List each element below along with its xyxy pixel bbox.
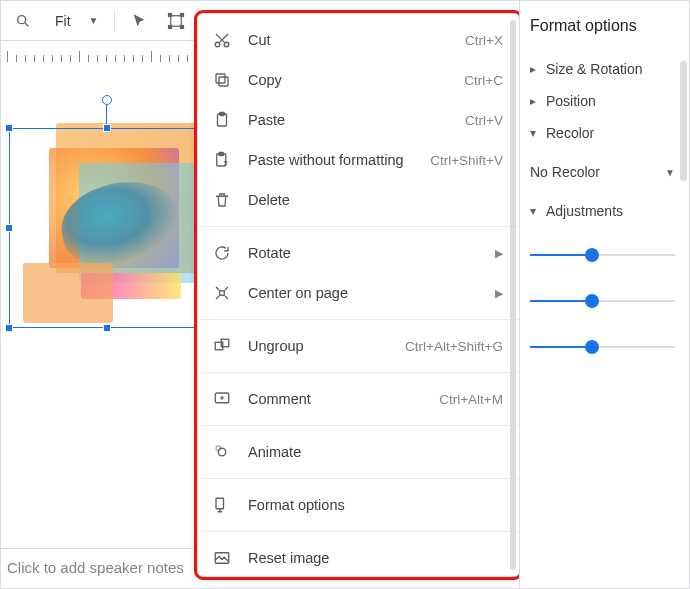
adjustment-slider-2[interactable] [530,291,675,311]
toolbar-separator [114,10,115,32]
slider-thumb[interactable] [585,248,599,262]
menu-item-shortcut: Ctrl+Alt+M [439,392,503,407]
comment-icon [212,389,232,409]
menu-item-label: Comment [248,391,439,407]
chevron-down-icon: ▾ [530,204,536,218]
slider-thumb[interactable] [585,294,599,308]
menu-item-paste[interactable]: Paste Ctrl+V [198,100,519,140]
menu-item-center-on-page[interactable]: Center on page ▶ [198,273,519,313]
resize-handle-nw[interactable] [5,124,13,132]
submenu-arrow-icon: ▶ [495,247,503,260]
panel-scrollbar[interactable] [680,61,687,181]
animate-icon [212,442,232,462]
menu-item-animate[interactable]: Animate [198,432,519,472]
resize-handle-s[interactable] [103,324,111,332]
svg-rect-3 [169,13,172,16]
slider-fill [530,300,590,302]
menu-item-shortcut: Ctrl+V [465,113,503,128]
menu-item-label: Format options [248,497,503,513]
svg-point-9 [215,42,220,47]
menu-item-label: Animate [248,444,503,460]
rotation-handle[interactable] [102,95,112,105]
chevron-down-icon: ▾ [530,126,536,140]
menu-item-comment[interactable]: Comment Ctrl+Alt+M [198,379,519,419]
svg-rect-23 [216,498,224,509]
ungroup-icon [212,336,232,356]
menu-item-label: Ungroup [248,338,405,354]
paste-plain-icon [212,150,232,170]
menu-item-label: Paste without formatting [248,152,430,168]
menu-item-shortcut: Ctrl+C [464,73,503,88]
transform-tool-button[interactable] [159,6,193,36]
svg-point-10 [224,42,229,47]
rotation-handle-line [106,105,107,124]
svg-rect-17 [220,291,225,296]
svg-rect-12 [216,74,225,83]
menu-item-shortcut: Ctrl+Alt+Shift+G [405,339,503,354]
center-icon [212,283,232,303]
menu-item-copy[interactable]: Copy Ctrl+C [198,60,519,100]
svg-rect-2 [171,15,182,26]
slider-fill [530,254,590,256]
cursor-icon [131,13,147,29]
menu-item-label: Copy [248,72,464,88]
submenu-arrow-icon: ▶ [495,287,503,300]
svg-rect-14 [220,113,225,116]
menu-separator [198,319,519,320]
zoom-level-label: Fit [55,13,71,29]
adjustment-slider-3[interactable] [530,337,675,357]
menu-item-shortcut: Ctrl+X [465,33,503,48]
dropdown-value: No Recolor [530,164,600,180]
format-options-panel: Format options ▸ Size & Rotation ▸ Posit… [519,1,689,588]
menu-item-label: Paste [248,112,465,128]
selection-outline[interactable] [9,128,204,328]
menu-item-label: Center on page [248,285,495,301]
cut-icon [212,30,232,50]
magnifier-icon [15,13,31,29]
menu-item-paste-without-formatting[interactable]: Paste without formatting Ctrl+Shift+V [198,140,519,180]
copy-icon [212,70,232,90]
svg-rect-5 [169,25,172,28]
menu-item-reset-image[interactable]: Reset image [198,538,519,577]
menu-separator [198,425,519,426]
trash-icon [212,190,232,210]
section-recolor[interactable]: ▾ Recolor [530,125,675,141]
svg-rect-4 [181,13,184,16]
menu-separator [198,531,519,532]
slider-fill [530,346,590,348]
menu-item-rotate[interactable]: Rotate ▶ [198,233,519,273]
menu-item-label: Delete [248,192,503,208]
zoom-tool-button[interactable] [6,6,40,36]
menu-item-cut[interactable]: Cut Ctrl+X [198,20,519,60]
zoom-level-dropdown[interactable]: Fit ▼ [43,6,107,36]
menu-separator [198,226,519,227]
context-menu-scrollbar[interactable] [510,20,516,570]
menu-item-shortcut: Ctrl+Shift+V [430,153,503,168]
section-size-rotation[interactable]: ▸ Size & Rotation [530,61,675,77]
caret-down-icon: ▼ [665,167,675,178]
rotate-icon [212,243,232,263]
resize-handle-sw[interactable] [5,324,13,332]
menu-item-format-options[interactable]: Format options [198,485,519,525]
speaker-notes-placeholder: Click to add speaker notes [7,559,184,576]
menu-item-label: Cut [248,32,465,48]
caret-down-icon: ▼ [89,15,99,26]
resize-handle-w[interactable] [5,224,13,232]
menu-separator [198,478,519,479]
section-label: Position [546,93,596,109]
svg-rect-11 [219,77,228,86]
adjustment-slider-1[interactable] [530,245,675,265]
menu-separator [198,372,519,373]
menu-item-ungroup[interactable]: Ungroup Ctrl+Alt+Shift+G [198,326,519,366]
select-tool-button[interactable] [122,6,156,36]
menu-item-delete[interactable]: Delete [198,180,519,220]
section-adjustments[interactable]: ▾ Adjustments [530,203,675,219]
svg-line-1 [25,23,28,26]
slider-thumb[interactable] [585,340,599,354]
recolor-dropdown[interactable]: No Recolor ▼ [530,157,675,187]
resize-handle-n[interactable] [103,124,111,132]
svg-rect-16 [219,153,224,156]
chevron-right-icon: ▸ [530,62,536,76]
section-position[interactable]: ▸ Position [530,93,675,109]
menu-item-label: Reset image [248,550,503,566]
